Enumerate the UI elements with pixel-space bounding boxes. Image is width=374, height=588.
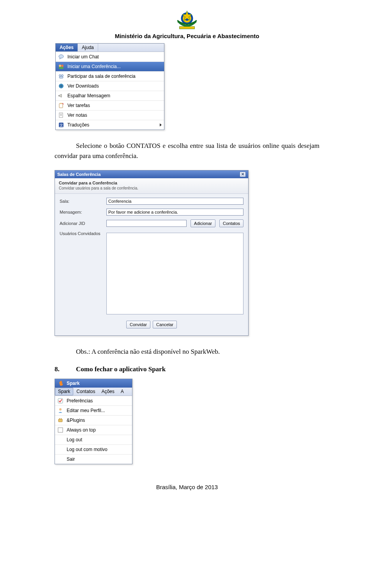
svg-point-23 xyxy=(59,408,62,411)
menu-item-label: Traduções xyxy=(67,122,89,128)
room-input[interactable] xyxy=(106,198,243,205)
svg-rect-13 xyxy=(58,95,59,97)
checkbox-icon xyxy=(57,427,64,433)
brazil-coat-of-arms-icon xyxy=(171,8,203,32)
menu-item-label: Always on top xyxy=(67,427,96,433)
menu-item-preferences[interactable]: Preferências xyxy=(55,396,132,405)
dialog-subtitle: Convidar para a Conferência xyxy=(59,181,244,185)
menubar-item-acoes[interactable]: Ações xyxy=(98,388,117,395)
menu-item-translations[interactable]: 文 Traduções xyxy=(56,120,164,130)
plugin-icon xyxy=(57,417,64,423)
svg-rect-15 xyxy=(60,103,62,104)
instruction-paragraph: Selecione o botão CONTATOS e escolha ent… xyxy=(55,141,319,161)
ministry-title: Ministério da Agricultura, Pecuária e Ab… xyxy=(55,33,319,39)
submenu-arrow-icon xyxy=(160,123,162,126)
svg-point-6 xyxy=(59,65,61,67)
note-icon xyxy=(58,112,64,118)
menubar-item-acoes[interactable]: Ações xyxy=(56,44,78,51)
dialog-description: Convidar usuários para a sala de conferê… xyxy=(59,186,244,190)
menu-item-label: Log out xyxy=(67,437,82,442)
section-title: Como fechar o aplicativo Spark xyxy=(76,365,166,373)
add-button[interactable]: Adicionar xyxy=(191,219,215,227)
spark-title-text: Spark xyxy=(67,381,79,386)
menu-item-label: Iniciar uma Conferência... xyxy=(67,64,121,69)
menubar-item-spark[interactable]: Spark xyxy=(55,388,73,395)
menubar-item-ajuda[interactable]: Ajuda xyxy=(78,44,98,51)
menu-item-label: Log out com motivo xyxy=(67,447,108,452)
door-icon xyxy=(58,73,64,79)
users-icon xyxy=(58,63,64,70)
menu-item-logout-reason[interactable]: Log out com motivo xyxy=(55,444,132,454)
spark-menubar: Spark Contatos Ações A xyxy=(55,388,132,396)
menubar-item-a[interactable]: A xyxy=(118,388,127,395)
globe-icon xyxy=(58,83,64,89)
svg-rect-11 xyxy=(59,77,63,78)
menu-item-label: Sair xyxy=(67,456,75,462)
blank-icon xyxy=(57,456,64,462)
spark-window-title: Spark xyxy=(55,379,132,388)
svg-rect-26 xyxy=(61,418,62,419)
invite-button[interactable]: Convidar xyxy=(126,321,150,328)
menu-item-label: Participar da sala de conferência xyxy=(67,74,136,79)
menu-item-logout[interactable]: Log out xyxy=(55,435,132,444)
room-label: Sala: xyxy=(60,199,102,204)
chat-bubble-icon xyxy=(58,54,64,60)
jid-label: Adicionar JID xyxy=(60,221,102,226)
translate-icon: 文 xyxy=(58,122,64,128)
spark-menu-screenshot: Spark Spark Contatos Ações A Preferência… xyxy=(55,379,132,464)
contacts-button[interactable]: Contatos xyxy=(219,219,243,227)
message-label: Mensagem: xyxy=(60,210,102,214)
check-icon xyxy=(57,398,64,404)
menu-item-label: Espalhar Mensagem xyxy=(67,93,110,98)
dialog-title: Salas de Conferência xyxy=(57,172,101,177)
svg-rect-16 xyxy=(59,113,63,118)
svg-point-5 xyxy=(59,55,64,58)
close-button[interactable]: ✕ xyxy=(240,172,246,177)
menu-item-exit[interactable]: Sair xyxy=(55,454,132,464)
svg-rect-14 xyxy=(59,104,63,108)
menu-item-broadcast[interactable]: Espalhar Mensagem xyxy=(56,91,164,100)
menu-item-join-room[interactable]: Participar da sala de conferência xyxy=(56,71,164,81)
invited-users-label: Usuários Convidados xyxy=(60,231,102,236)
flame-icon xyxy=(58,381,64,386)
clipboard-icon xyxy=(58,102,64,109)
section-heading: 8.Como fechar o aplicativo Spark xyxy=(55,365,319,373)
jid-input[interactable] xyxy=(106,220,187,227)
menu-item-tasks[interactable]: Ver tarefas xyxy=(56,100,164,110)
svg-rect-8 xyxy=(59,67,64,69)
svg-text:文: 文 xyxy=(60,123,63,127)
actions-menu-screenshot: Ações Ajuda Iniciar um Chat Iniciar uma … xyxy=(55,43,164,130)
svg-rect-25 xyxy=(59,418,60,419)
menubar-item-contatos[interactable]: Contatos xyxy=(73,388,98,395)
menu-item-label: Ver Downloads xyxy=(67,83,99,89)
dialog-titlebar: Salas de Conferência ✕ xyxy=(55,170,248,178)
svg-point-9 xyxy=(59,75,61,77)
menu-item-downloads[interactable]: Ver Downloads xyxy=(56,81,164,91)
dialog-header: Convidar para a Conferência Convidar usu… xyxy=(55,178,248,194)
menu-item-label: Iniciar um Chat xyxy=(67,54,99,60)
menubar: Ações Ajuda xyxy=(56,44,164,52)
cancel-button[interactable]: Cancelar xyxy=(153,321,177,328)
menu-item-always-on-top[interactable]: Always on top xyxy=(55,425,132,435)
svg-point-7 xyxy=(61,65,64,67)
megaphone-icon xyxy=(58,93,64,99)
menu-item-label: Ver tarefas xyxy=(67,103,90,108)
blank-icon xyxy=(57,446,64,453)
menu-item-start-chat[interactable]: Iniciar um Chat xyxy=(56,52,164,61)
page-header: Ministério da Agricultura, Pecuária e Ab… xyxy=(55,8,319,39)
blank-icon xyxy=(57,437,64,443)
menu-item-notes[interactable]: Ver notas xyxy=(56,110,164,120)
menu-item-start-conference[interactable]: Iniciar uma Conferência... xyxy=(56,61,164,71)
user-icon xyxy=(57,407,64,414)
menu-item-edit-profile[interactable]: Editar meu Perfil... xyxy=(55,405,132,415)
section-number: 8. xyxy=(55,365,76,373)
menu-item-label: &Plugins xyxy=(67,418,85,423)
menu-item-plugins[interactable]: &Plugins xyxy=(55,415,132,425)
menu-item-label: Ver notas xyxy=(67,112,87,118)
menu-item-label: Editar meu Perfil... xyxy=(67,408,105,413)
invited-users-list[interactable] xyxy=(106,233,243,314)
menu-item-label: Preferências xyxy=(67,398,93,404)
obs-paragraph: Obs.: A conferência não está disponível … xyxy=(55,347,319,357)
message-input[interactable] xyxy=(106,209,243,216)
svg-point-10 xyxy=(62,75,64,77)
